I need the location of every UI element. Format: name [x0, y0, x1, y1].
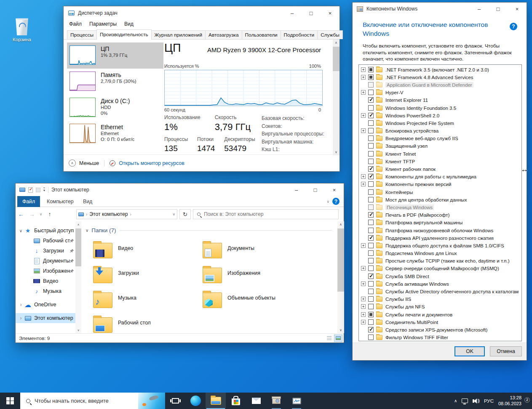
expander-icon[interactable] — [361, 90, 366, 95]
maximize-icon[interactable]: □ — [306, 183, 325, 196]
properties-icon[interactable] — [28, 187, 33, 193]
tab-4[interactable]: Автозагрузка — [205, 30, 242, 39]
scroll-thumb[interactable] — [337, 228, 344, 292]
ok-button[interactable]: OK — [454, 346, 485, 356]
tab-1[interactable]: Процессы — [67, 30, 97, 39]
checkbox-empty[interactable] — [368, 90, 374, 95]
feature-row[interactable]: Служба SMB Direct — [359, 272, 521, 280]
feature-row[interactable]: Защищенный узел — [359, 142, 521, 150]
tab-6[interactable]: Подробности — [281, 30, 318, 39]
taskbar-search[interactable]: Чтобы начать поиск, введите — [20, 393, 165, 409]
menu-item[interactable]: Параметры — [86, 20, 120, 29]
checkbox-empty[interactable] — [368, 304, 374, 309]
checkbox-empty[interactable] — [368, 250, 374, 256]
list-view-icon[interactable] — [325, 335, 333, 342]
nav-item-download[interactable]: Загрузки — [16, 246, 75, 256]
folder-tile-video[interactable]: Видео — [93, 241, 199, 263]
checkbox-empty[interactable] — [368, 143, 374, 149]
feature-row[interactable]: Клиент рабочих папок — [359, 165, 521, 173]
feature-row[interactable]: .NET Framework 4.8 Advanced Services — [359, 73, 521, 81]
expander-icon[interactable] — [361, 266, 366, 271]
checkbox-empty[interactable] — [368, 220, 374, 225]
feature-row[interactable]: Службы для NFS — [359, 303, 521, 311]
chevron-up-icon[interactable]: ∧ — [69, 159, 76, 167]
scroll-up-icon[interactable]: ∧ — [337, 221, 344, 228]
checkbox-empty[interactable] — [368, 159, 374, 164]
checkbox-empty[interactable] — [368, 197, 374, 202]
feature-row[interactable]: Компоненты для работы с мультимедиа — [359, 173, 521, 181]
feature-row[interactable]: Internet Explorer 11 — [359, 96, 521, 104]
customize-qat-icon[interactable]: ▾ — [43, 188, 45, 192]
folder-view-scrollbar[interactable]: ∧ ∨ — [337, 221, 344, 333]
recycle-bin[interactable]: Корзина — [6, 18, 38, 42]
feature-row[interactable]: Windows Identity Foundation 3.5 — [359, 104, 521, 112]
folder-tile-music[interactable]: Музыка — [93, 290, 199, 313]
feature-row[interactable]: Простые службы TCPIP (такие как echo, da… — [359, 257, 521, 265]
checkbox-empty[interactable] — [368, 296, 374, 302]
feature-row[interactable]: Служба активации Windows — [359, 280, 521, 287]
feature-row[interactable]: Компоненты прежних версий — [359, 181, 521, 188]
perf-item-disk[interactable]: Диск 0 (C:)HDD0% — [67, 95, 163, 121]
checkbox-empty[interactable] — [368, 319, 374, 325]
checkbox-empty[interactable] — [368, 181, 374, 187]
checkbox-partial[interactable] — [368, 312, 374, 317]
open-resource-monitor-link[interactable]: Открыть монитор ресурсов — [119, 160, 184, 166]
task-view-button[interactable] — [165, 393, 185, 409]
volume-icon[interactable]: )) — [473, 398, 479, 404]
expander-icon[interactable] — [361, 297, 366, 301]
tab-2[interactable]: Производительность — [96, 29, 152, 40]
checkbox-empty[interactable] — [368, 128, 374, 133]
tab-computer[interactable]: Компьютер — [47, 196, 74, 207]
feature-row[interactable]: Печать в PDF (Майкрософт) — [359, 211, 521, 219]
taskbar-mail[interactable] — [246, 393, 266, 409]
scroll-up-icon[interactable]: ∧ — [333, 40, 340, 46]
minimize-icon[interactable]: – — [470, 3, 489, 15]
nav-item-document[interactable]: Документы — [16, 256, 75, 266]
feature-row[interactable]: Блокировка устройства — [359, 127, 521, 135]
feature-row[interactable]: Службы IIS — [359, 295, 521, 303]
perf-item-memory[interactable]: Память2,7/9,0 ГБ (30%) — [67, 69, 163, 95]
perf-item-ethernet[interactable]: EthernetEthernetО: 0 П: 0 кбит/с — [67, 121, 163, 147]
checkbox-empty[interactable] — [368, 281, 374, 287]
feature-row[interactable]: Соединитель MultiPoint — [359, 318, 521, 326]
checkbox-empty[interactable] — [368, 189, 374, 195]
expander-icon[interactable] — [361, 312, 366, 317]
folder-tile-download[interactable]: Загрузки — [93, 266, 199, 288]
tab-7[interactable]: Службы — [317, 30, 343, 39]
maximize-icon[interactable]: □ — [302, 6, 321, 20]
show-hidden-icons-icon[interactable]: ∧ — [454, 398, 457, 403]
scroll-thumb[interactable] — [333, 47, 340, 71]
feature-row[interactable]: Поддержка API удаленного разностного сжа… — [359, 234, 521, 242]
tab-view[interactable]: Вид — [83, 196, 92, 207]
feature-row[interactable]: Клиент TFTP — [359, 157, 521, 165]
close-icon[interactable]: × — [508, 3, 527, 15]
checkbox-checked[interactable] — [368, 97, 374, 103]
nav-item-video[interactable]: Видео — [16, 276, 75, 286]
explorer-titlebar[interactable]: ▾ Этот компьютер – □ × — [16, 183, 344, 196]
feature-row[interactable]: Внедряемое веб-ядро служб IIS — [359, 135, 521, 142]
feature-row[interactable]: Windows Projected File System — [359, 119, 521, 127]
checkbox-empty[interactable] — [368, 243, 374, 248]
feature-row[interactable]: Платформа низкоуровневой оболочки Window… — [359, 226, 521, 234]
feature-row[interactable]: Фильтр Windows TIFF IFilter — [359, 334, 521, 341]
expander-icon[interactable] — [361, 182, 366, 186]
nav-item-desktop[interactable]: Рабочий сто — [16, 236, 75, 246]
nav-onedrive[interactable]: OneDrive — [16, 300, 75, 310]
close-icon[interactable]: × — [321, 6, 340, 20]
tab-file[interactable]: Файл — [17, 196, 40, 207]
help-icon[interactable]: ? — [332, 198, 340, 205]
feature-row[interactable]: Поддержка общего доступа к файлам SMB 1.… — [359, 242, 521, 249]
feature-row[interactable]: Сервер очереди сообщений Майкрософт (MSM… — [359, 265, 521, 272]
clock[interactable]: 13:28 08.06.2023 — [498, 395, 521, 406]
feature-row[interactable]: Подсистема Windows для Linux — [359, 250, 521, 257]
network-icon[interactable] — [462, 398, 468, 403]
taskbar-store[interactable] — [226, 393, 246, 409]
expand-ribbon-icon[interactable]: ∨ — [326, 199, 329, 204]
checkbox-empty[interactable] — [368, 228, 374, 233]
minimize-icon[interactable]: – — [283, 6, 302, 20]
feature-row[interactable]: .NET Framework 3.5 (включает .NET 2.0 и … — [359, 66, 521, 73]
feature-row[interactable]: Службы Active Directory облегченного дос… — [359, 287, 521, 295]
scroll-up-icon[interactable]: ∧ — [75, 221, 81, 228]
computer-icon[interactable] — [19, 188, 25, 192]
maximize-icon[interactable]: □ — [489, 3, 508, 15]
